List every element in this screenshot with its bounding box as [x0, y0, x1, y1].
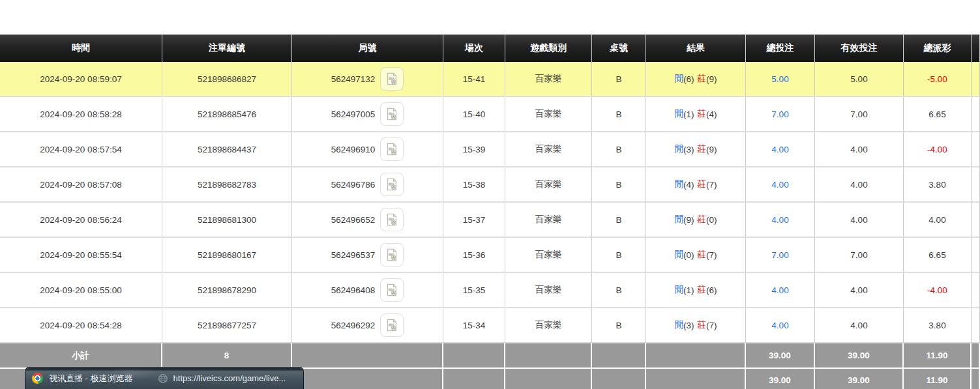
cell-valid-bet: 7.00	[815, 238, 904, 272]
taskbar-window-preview[interactable]: 视讯直播 - 极速浏览器 https://liveics.com/game/li…	[25, 367, 304, 389]
cell-session: 15-37	[443, 203, 505, 237]
round-id-value: 562496292	[331, 321, 376, 330]
cell-payout: 3.80	[904, 167, 972, 201]
game-type-value: 百家樂	[535, 319, 562, 331]
bet-id-value: 521898677257	[198, 321, 256, 330]
table-no-value: B	[616, 321, 621, 330]
cell-table-no: B	[592, 62, 646, 96]
game-type-value: 百家樂	[535, 179, 562, 190]
session-value: 15-41	[463, 74, 486, 84]
cell-valid-bet: 4.00	[815, 132, 904, 166]
cell-extra	[972, 238, 980, 272]
valid-bet-value: 5.00	[850, 74, 867, 84]
bet-id-value: 521898685476	[198, 109, 256, 119]
result-banker-points: (7)	[706, 321, 717, 330]
cell-session: 15-41	[443, 62, 505, 96]
cell-time: 2024-09-20 08:58:28	[0, 97, 162, 131]
cell-valid-bet: 4.00	[815, 167, 904, 201]
video-replay-button[interactable]	[380, 243, 404, 267]
cell-session: 15-40	[443, 97, 505, 131]
video-replay-button[interactable]	[380, 208, 404, 231]
video-file-icon	[385, 248, 399, 262]
table-body: 2024-09-20 08:59:07521898686827562497132…	[0, 62, 980, 343]
video-replay-button[interactable]	[380, 173, 404, 196]
cell-bet-id: 521898680167	[162, 238, 292, 272]
cell-time: 2024-09-20 08:55:54	[0, 238, 162, 272]
cell-time: 2024-09-20 08:59:07	[0, 62, 162, 96]
cell-payout: 6.65	[904, 97, 972, 131]
time-value: 2024-09-20 08:57:54	[40, 145, 121, 154]
table-row: 2024-09-20 08:59:07521898686827562497132…	[0, 62, 980, 97]
session-value: 15-34	[463, 321, 486, 330]
cell-session: 15-39	[443, 132, 505, 166]
cell-round-id: 562496910	[292, 132, 443, 166]
cell-time: 2024-09-20 08:54:28	[0, 308, 162, 342]
table-no-value: B	[616, 215, 621, 225]
result-player-points: (6)	[683, 74, 694, 84]
result-banker-points: (0)	[706, 215, 717, 225]
cell-round-id: 562496292	[292, 308, 443, 342]
video-replay-button[interactable]	[380, 278, 404, 302]
valid-bet-value: 4.00	[850, 145, 867, 154]
round-id-value: 562496537	[331, 250, 376, 260]
cell-game-type: 百家樂	[505, 97, 592, 131]
round-id-value: 562497005	[331, 109, 376, 119]
result-player-points: (3)	[683, 321, 694, 330]
valid-bet-value: 4.00	[850, 180, 867, 190]
column-header-table_no: 桌號	[592, 35, 646, 62]
cell-result: 閒(1)莊(6)	[646, 273, 746, 307]
result-banker-points: (9)	[706, 145, 717, 154]
column-header-total_bet: 總投注	[746, 35, 815, 62]
cell-bet-id: 521898686827	[162, 62, 292, 96]
cell-total-bet: 4.00	[746, 132, 815, 166]
video-replay-button[interactable]	[380, 313, 404, 337]
total-bet-value: 4.00	[771, 180, 788, 190]
cell-valid-bet: 4.00	[815, 203, 904, 237]
total-bet-value: 7.00	[771, 250, 788, 260]
video-file-icon	[385, 72, 399, 86]
cell-session: 15-36	[443, 238, 505, 272]
cell-payout: -5.00	[904, 62, 972, 96]
cell-table-no: B	[592, 203, 646, 237]
total-bet-value: 5.00	[771, 74, 788, 84]
cell-time: 2024-09-20 08:57:08	[0, 167, 162, 201]
bet-id-value: 521898684437	[198, 145, 256, 154]
subtotal-cell-result	[646, 343, 746, 367]
cell-game-type: 百家樂	[505, 238, 592, 272]
result-banker-label: 莊	[698, 284, 707, 296]
result-banker-points: (9)	[706, 74, 717, 84]
result-player-label: 閒	[675, 73, 684, 85]
video-replay-button[interactable]	[380, 67, 404, 91]
bet-id-value: 521898680167	[198, 250, 256, 260]
cell-extra	[972, 62, 980, 96]
grand-total-cell-total_bet: 39.00	[746, 369, 815, 389]
column-header-round_id: 局號	[292, 35, 443, 62]
cell-time: 2024-09-20 08:55:00	[0, 273, 162, 307]
cell-bet-id: 521898685476	[162, 97, 292, 131]
game-type-value: 百家樂	[535, 284, 562, 296]
session-value: 15-36	[463, 250, 486, 260]
time-value: 2024-09-20 08:55:00	[40, 285, 121, 295]
cell-game-type: 百家樂	[505, 273, 592, 307]
cell-result: 閒(3)莊(9)	[646, 132, 746, 166]
grand-total-cell-session	[443, 369, 505, 389]
cell-bet-id: 521898678290	[162, 273, 292, 307]
globe-icon	[158, 373, 168, 384]
bet-id-value: 521898682783	[198, 180, 256, 190]
cell-bet-id: 521898677257	[162, 308, 292, 342]
video-file-icon	[385, 318, 399, 332]
result-player-label: 閒	[675, 143, 684, 155]
valid-bet-value: 4.00	[850, 285, 867, 295]
cell-game-type: 百家樂	[505, 132, 592, 166]
cell-bet-id: 521898684437	[162, 132, 292, 166]
subtotal-cell-time: 小計	[0, 343, 162, 367]
result-banker-label: 莊	[698, 214, 707, 225]
cell-total-bet: 7.00	[746, 238, 815, 272]
video-replay-button[interactable]	[380, 102, 404, 126]
session-value: 15-35	[463, 285, 486, 295]
result-banker-label: 莊	[698, 143, 707, 155]
cell-result: 閒(4)莊(7)	[646, 167, 746, 201]
table-no-value: B	[616, 250, 621, 260]
video-replay-button[interactable]	[380, 137, 404, 161]
cell-game-type: 百家樂	[505, 62, 592, 96]
